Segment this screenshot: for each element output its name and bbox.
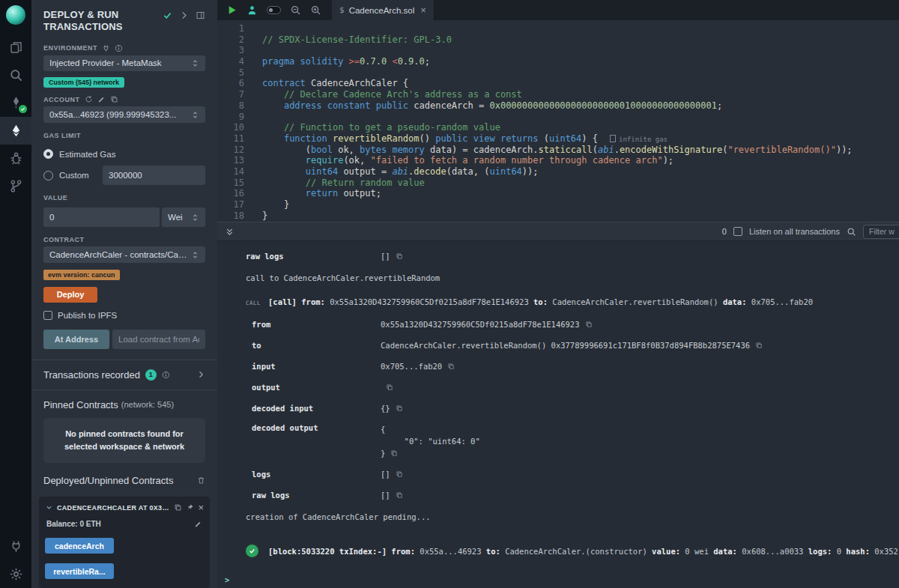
play-icon[interactable] bbox=[226, 4, 237, 16]
estimated-gas-radio[interactable] bbox=[43, 149, 53, 159]
updown-icon bbox=[191, 251, 199, 259]
copy-icon[interactable] bbox=[174, 503, 182, 512]
panel-title: DEPLOY & RUN TRANSACTIONS bbox=[43, 9, 156, 34]
solidity-file-icon: $ bbox=[339, 5, 345, 15]
line-number: 15 bbox=[217, 178, 244, 189]
copy-icon[interactable] bbox=[755, 342, 763, 349]
code-line bbox=[262, 45, 899, 56]
code-line: contract CadenceArchCaler { bbox=[262, 78, 899, 89]
toggle-icon[interactable] bbox=[267, 6, 281, 14]
terminal[interactable]: raw logs [] call to CadenceArchCaler.rev… bbox=[217, 241, 899, 588]
at-address-input[interactable] bbox=[112, 330, 205, 349]
debugger-icon[interactable] bbox=[0, 145, 31, 172]
publish-ipfs-checkbox[interactable] bbox=[43, 311, 52, 320]
edit-icon[interactable] bbox=[97, 95, 106, 103]
close-icon[interactable]: × bbox=[198, 503, 204, 512]
copy-icon[interactable] bbox=[585, 321, 593, 328]
search-icon[interactable] bbox=[0, 61, 31, 89]
environment-select[interactable]: Injected Provider - MetaMask bbox=[43, 55, 205, 72]
chevron-right-icon[interactable] bbox=[196, 370, 205, 379]
terminal-search-icon[interactable] bbox=[847, 227, 856, 237]
contract-select[interactable]: CadenceArchCaler - contracts/Cac... bbox=[43, 246, 205, 263]
line-number: 9 bbox=[217, 112, 244, 123]
code-line: } bbox=[262, 199, 899, 210]
deploy-run-icon[interactable] bbox=[0, 117, 31, 145]
code-line: function revertibleRandom() public view … bbox=[262, 133, 899, 145]
line-number: 3 bbox=[217, 45, 244, 56]
copy-icon[interactable] bbox=[447, 363, 455, 370]
line-number: 8 bbox=[217, 100, 244, 112]
code-line: // Return random value bbox=[262, 178, 899, 189]
close-tab-icon[interactable]: × bbox=[420, 4, 426, 16]
zoom-out-icon[interactable] bbox=[290, 4, 301, 16]
account-select[interactable]: 0x55a...46923 (999.999945323... bbox=[43, 106, 205, 123]
chevron-down-icon[interactable] bbox=[45, 503, 53, 512]
main-area: $ CadenceArch.sol × 12345678910111213141… bbox=[217, 0, 899, 588]
filter-input[interactable] bbox=[863, 225, 899, 239]
info-icon[interactable] bbox=[115, 44, 123, 52]
line-number: 2 bbox=[217, 34, 244, 46]
info-icon[interactable] bbox=[162, 371, 170, 379]
tx-detail-row: decoded input{} bbox=[246, 398, 899, 419]
copy-icon[interactable] bbox=[110, 95, 118, 103]
line-number: 10 bbox=[217, 122, 244, 133]
balance-label: Balance: 0 ETH bbox=[46, 520, 101, 528]
solidity-compiler-icon[interactable] bbox=[0, 89, 31, 117]
settings-icon[interactable] bbox=[0, 560, 31, 588]
creation-line: creation of CadenceArchCaler pending... bbox=[246, 506, 899, 528]
terminal-toolbar: 0 Listen on all transactions bbox=[217, 222, 899, 241]
copy-icon[interactable] bbox=[386, 384, 393, 391]
panel-check-icon bbox=[163, 10, 172, 20]
value-input[interactable] bbox=[43, 207, 160, 227]
value-unit-select[interactable]: Wei bbox=[162, 207, 205, 227]
call-to-line: call to CadenceArchCaler.revertibleRando… bbox=[246, 267, 899, 289]
code-line: require(ok, "failed to fetch a random nu… bbox=[262, 155, 899, 166]
copy-icon[interactable] bbox=[396, 252, 403, 260]
line-number: 6 bbox=[217, 78, 244, 89]
tx-detail-label: input bbox=[252, 362, 381, 371]
custom-gas-input[interactable] bbox=[103, 166, 205, 185]
copy-icon[interactable] bbox=[396, 491, 403, 499]
chevron-right-icon[interactable] bbox=[179, 10, 189, 20]
git-icon[interactable] bbox=[0, 172, 31, 200]
terminal-collapse-icon[interactable] bbox=[225, 227, 234, 237]
tx-detail-label: decoded input bbox=[252, 404, 381, 413]
refresh-icon[interactable] bbox=[85, 95, 93, 103]
tab-cadencearch-sol[interactable]: $ CadenceArch.sol × bbox=[332, 0, 435, 20]
contract-function-button[interactable]: cadenceArch bbox=[45, 538, 114, 554]
call-summary-row[interactable]: call [call] from: 0x55a1320D432759960C5D… bbox=[246, 297, 899, 306]
plug-icon bbox=[102, 44, 110, 52]
remix-logo-icon[interactable] bbox=[6, 5, 25, 25]
code-content[interactable]: // SPDX-License-Identifier: GPL-3.0 prag… bbox=[252, 23, 899, 222]
gas-limit-label: GAS LIMIT bbox=[43, 132, 81, 139]
zoom-in-icon[interactable] bbox=[310, 4, 321, 16]
transactions-recorded-row[interactable]: Transactions recorded 1 bbox=[31, 360, 217, 390]
file-explorer-icon[interactable] bbox=[0, 34, 31, 61]
plugin-manager-icon[interactable] bbox=[0, 533, 31, 560]
user-icon[interactable] bbox=[246, 4, 258, 16]
trash-icon[interactable] bbox=[197, 476, 205, 485]
copy-icon[interactable] bbox=[396, 470, 403, 478]
terminal-prompt[interactable]: > bbox=[225, 575, 899, 584]
at-address-button[interactable]: At Address bbox=[43, 330, 109, 349]
tx-detail-value: { "0": "uint64: 0"} bbox=[381, 423, 480, 459]
listen-checkbox[interactable] bbox=[733, 227, 742, 236]
evm-version-badge: evm version: cancun bbox=[43, 270, 120, 280]
pin-icon[interactable] bbox=[186, 503, 194, 512]
copy-icon[interactable] bbox=[390, 449, 398, 457]
block-summary-row[interactable]: [block:5033220 txIndex:-] from: 0x55a...… bbox=[246, 545, 899, 557]
pinned-contracts-title: Pinned Contracts(network: 545) bbox=[31, 390, 217, 416]
edit-icon[interactable] bbox=[194, 520, 202, 528]
tx-detail-row: logs[] bbox=[246, 464, 899, 485]
tx-detail-value bbox=[381, 384, 393, 391]
custom-gas-radio[interactable] bbox=[43, 171, 53, 181]
contract-function-button[interactable]: revertibleRa... bbox=[45, 563, 114, 579]
tx-detail-table: from0x55a1320D432759960C5Df0215a8dF78e1E… bbox=[246, 314, 899, 506]
compile-success-badge-icon bbox=[19, 105, 27, 113]
code-editor[interactable]: 123456789101112131415161718 // SPDX-Lice… bbox=[217, 20, 899, 222]
deploy-button[interactable]: Deploy bbox=[43, 287, 97, 303]
code-line: uint64 output = abi.decode(data, (uint64… bbox=[262, 166, 899, 178]
copy-icon[interactable] bbox=[396, 404, 403, 412]
code-line bbox=[262, 112, 899, 123]
pin-panel-icon[interactable] bbox=[196, 10, 205, 20]
